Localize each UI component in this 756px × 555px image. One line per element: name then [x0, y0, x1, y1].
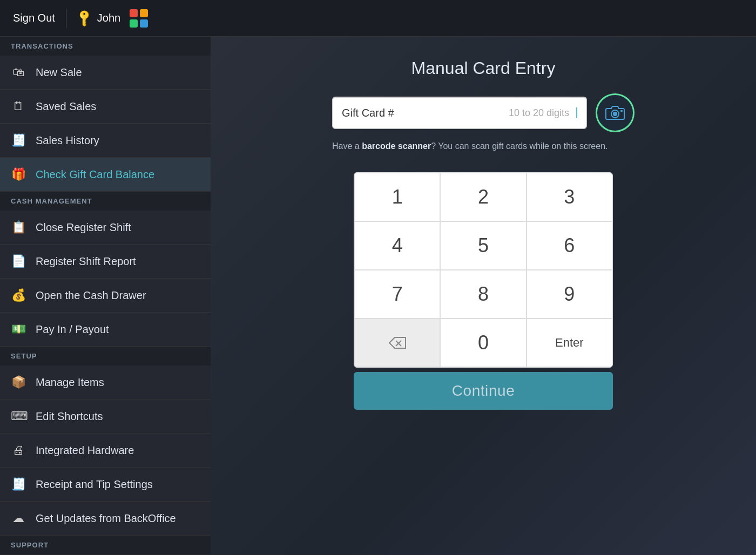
numpad-key-7[interactable]: 7: [354, 270, 440, 319]
numpad-key-9[interactable]: 9: [526, 270, 612, 319]
sidebar-item-sales-history[interactable]: 🧾Sales History: [0, 124, 211, 158]
integrated-hardware-icon: 🖨: [11, 443, 26, 457]
saved-sales-label: Saved Sales: [36, 100, 96, 113]
pay-in-payout-label: Pay In / Payout: [36, 323, 109, 336]
svg-rect-1: [140, 9, 148, 17]
svg-rect-2: [130, 19, 138, 28]
continue-button[interactable]: Continue: [354, 372, 613, 410]
numpad-row-2: 789: [354, 270, 612, 319]
close-register-label: Close Register Shift: [36, 221, 131, 234]
svg-rect-0: [130, 9, 138, 17]
numpad-key-5[interactable]: 5: [440, 221, 526, 270]
sidebar-item-close-register[interactable]: 📋Close Register Shift: [0, 211, 211, 245]
receipt-tip-settings-icon: 🧾: [11, 477, 26, 491]
sidebar-section-setup: SETUP: [0, 347, 211, 366]
sign-out-button[interactable]: Sign Out: [13, 12, 55, 24]
pay-in-payout-icon: 💵: [11, 322, 26, 336]
open-cash-drawer-icon: 💰: [11, 288, 26, 302]
sidebar-section-transactions: TRANSACTIONS: [0, 37, 211, 56]
gift-card-input-field[interactable]: Gift Card # 10 to 20 digits: [332, 97, 587, 129]
sidebar-item-get-updates[interactable]: ☁Get Updates from BackOffice: [0, 502, 211, 536]
key-icon: 🔑: [75, 8, 94, 28]
numpad-key-8[interactable]: 8: [440, 270, 526, 319]
numpad-key-6[interactable]: 6: [526, 221, 612, 270]
sidebar-item-integrated-hardware[interactable]: 🖨Integrated Hardware: [0, 434, 211, 468]
receipt-tip-settings-label: Receipt and Tip Settings: [36, 478, 153, 491]
manage-items-label: Manage Items: [36, 376, 104, 389]
saved-sales-icon: 🗒: [11, 99, 26, 113]
gift-card-input-row: Gift Card # 10 to 20 digits: [332, 93, 634, 132]
sidebar-item-register-report[interactable]: 📄Register Shift Report: [0, 245, 211, 279]
gift-card-placeholder: 10 to 20 digits: [401, 107, 569, 119]
get-updates-label: Get Updates from BackOffice: [36, 512, 176, 525]
sidebar-item-pay-in-payout[interactable]: 💵Pay In / Payout: [0, 313, 211, 347]
sidebar-section-support: SUPPORT: [0, 536, 211, 554]
register-report-icon: 📄: [11, 254, 26, 268]
edit-shortcuts-icon: ⌨: [11, 409, 26, 423]
manage-items-icon: 📦: [11, 375, 26, 389]
gift-card-label: Gift Card #: [342, 107, 394, 119]
register-report-label: Register Shift Report: [36, 255, 136, 268]
sidebar-section-cash-management: CASH MANAGEMENT: [0, 192, 211, 211]
sidebar-item-open-cash-drawer[interactable]: 💰Open the Cash Drawer: [0, 279, 211, 313]
sidebar-item-manage-items[interactable]: 📦Manage Items: [0, 366, 211, 400]
sidebar-item-check-gift-card[interactable]: 🎁Check Gift Card Balance: [0, 158, 211, 192]
numpad-row-3: 0Enter: [354, 319, 612, 367]
barcode-hint: Have a barcode scanner? You can scan gif…: [332, 140, 634, 153]
sidebar-item-saved-sales[interactable]: 🗒Saved Sales: [0, 90, 211, 124]
sidebar-item-edit-shortcuts[interactable]: ⌨Edit Shortcuts: [0, 400, 211, 434]
check-gift-card-icon: 🎁: [11, 167, 26, 181]
numpad-key-4[interactable]: 4: [354, 221, 440, 270]
sales-history-icon: 🧾: [11, 133, 26, 147]
svg-rect-6: [620, 110, 623, 112]
camera-icon: [605, 105, 625, 121]
numpad-key-enter[interactable]: Enter: [526, 319, 612, 367]
sidebar: TRANSACTIONS🛍New Sale🗒Saved Sales🧾Sales …: [0, 37, 211, 555]
content-area: Manual Card Entry Gift Card # 10 to 20 d…: [211, 37, 756, 555]
integrated-hardware-label: Integrated Hardware: [36, 444, 134, 457]
check-gift-card-label: Check Gift Card Balance: [36, 168, 154, 181]
svg-point-5: [613, 112, 617, 116]
sales-history-label: Sales History: [36, 134, 99, 147]
header-divider: [66, 9, 66, 28]
numpad-key-3[interactable]: 3: [526, 173, 612, 221]
svg-rect-3: [140, 19, 148, 28]
text-cursor: [576, 107, 577, 118]
numpad-key-0[interactable]: 0: [440, 319, 526, 367]
sidebar-item-receipt-tip-settings[interactable]: 🧾Receipt and Tip Settings: [0, 468, 211, 502]
numpad-key-1[interactable]: 1: [354, 173, 440, 221]
new-sale-icon: 🛍: [11, 65, 26, 79]
numpad-key-2[interactable]: 2: [440, 173, 526, 221]
user-name: John: [97, 12, 120, 24]
numpad: 1234567890Enter: [354, 172, 613, 368]
app-logo: [129, 9, 148, 28]
numpad-row-1: 456: [354, 221, 612, 270]
new-sale-label: New Sale: [36, 66, 82, 79]
get-updates-icon: ☁: [11, 511, 26, 525]
barcode-hint-bold: barcode scanner: [362, 141, 431, 151]
page-title: Manual Card Entry: [411, 58, 556, 78]
backspace-icon: [389, 337, 406, 349]
user-info: 🔑 John: [77, 11, 120, 25]
logo-svg: [129, 9, 148, 28]
numpad-row-0: 123: [354, 173, 612, 221]
sidebar-item-new-sale[interactable]: 🛍New Sale: [0, 56, 211, 90]
close-register-icon: 📋: [11, 220, 26, 234]
app-header: Sign Out 🔑 John: [0, 0, 756, 37]
barcode-hint-suffix: ? You can scan gift cards while on this …: [431, 141, 608, 151]
barcode-hint-prefix: Have a: [332, 141, 362, 151]
edit-shortcuts-label: Edit Shortcuts: [36, 410, 103, 423]
open-cash-drawer-label: Open the Cash Drawer: [36, 289, 146, 302]
main-layout: TRANSACTIONS🛍New Sale🗒Saved Sales🧾Sales …: [0, 37, 756, 555]
camera-scan-button[interactable]: [596, 93, 634, 132]
numpad-key-backspace[interactable]: [354, 319, 440, 367]
